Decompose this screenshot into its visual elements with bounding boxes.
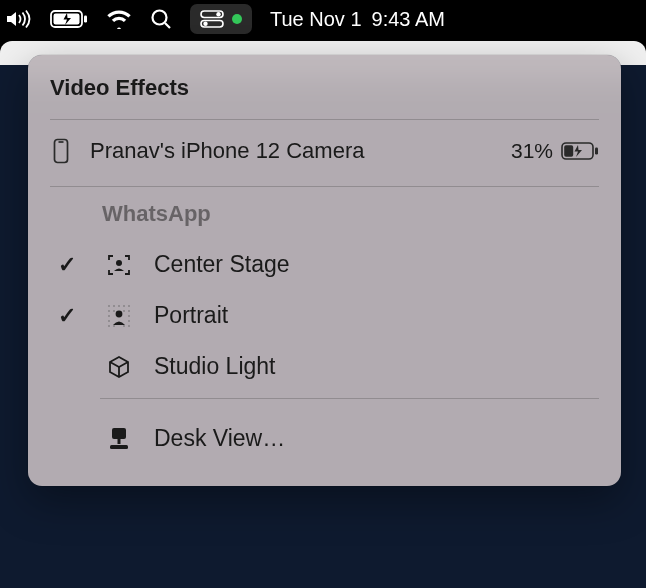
svg-point-26	[128, 320, 130, 322]
svg-rect-8	[55, 140, 68, 163]
divider	[100, 398, 599, 399]
battery-charging-icon	[561, 142, 599, 160]
device-name: Pranav's iPhone 12 Camera	[90, 138, 493, 164]
svg-point-5	[216, 12, 220, 16]
desk-view-item[interactable]: Desk View…	[50, 413, 599, 464]
volume-icon[interactable]	[4, 9, 32, 29]
svg-point-20	[113, 310, 115, 312]
popover-title: Video Effects	[50, 75, 599, 101]
svg-rect-11	[595, 148, 598, 155]
effect-center-stage[interactable]: ✓ Center Stage	[50, 239, 599, 290]
svg-point-24	[128, 315, 130, 317]
svg-rect-34	[110, 445, 128, 449]
svg-rect-33	[118, 439, 121, 444]
effect-label: Studio Light	[154, 353, 275, 380]
svg-point-16	[118, 305, 120, 307]
battery-percent: 31%	[511, 139, 553, 163]
effect-label: Center Stage	[154, 251, 290, 278]
menubar-clock[interactable]: Tue Nov 1 9:43 AM	[270, 8, 445, 31]
svg-point-7	[203, 22, 207, 26]
svg-point-31	[116, 310, 123, 317]
svg-point-23	[108, 315, 110, 317]
portrait-icon	[102, 303, 136, 329]
effect-label: Portrait	[154, 302, 228, 329]
effect-studio-light[interactable]: Studio Light	[50, 341, 599, 392]
control-center-icon[interactable]	[190, 4, 252, 34]
svg-point-3	[153, 11, 167, 25]
menubar-date: Tue Nov 1	[270, 8, 362, 31]
svg-point-14	[108, 305, 110, 307]
svg-point-17	[123, 305, 125, 307]
svg-point-25	[108, 320, 110, 322]
divider	[50, 186, 599, 187]
svg-point-30	[128, 325, 130, 327]
battery-charging-icon[interactable]	[50, 10, 88, 28]
svg-point-28	[113, 325, 115, 327]
desk-view-label: Desk View…	[154, 425, 285, 452]
checkmark-icon: ✓	[50, 252, 84, 278]
checkmark-icon: ✓	[50, 303, 84, 329]
camera-in-use-indicator	[232, 14, 242, 24]
svg-point-19	[108, 310, 110, 312]
wifi-icon[interactable]	[106, 9, 132, 29]
menubar-time: 9:43 AM	[372, 8, 445, 31]
svg-rect-12	[564, 145, 573, 157]
macos-menubar: Tue Nov 1 9:43 AM	[0, 0, 646, 38]
continuity-camera-device-row[interactable]: Pranav's iPhone 12 Camera 31%	[50, 134, 599, 180]
center-stage-icon	[102, 252, 136, 278]
video-effects-popover: Video Effects Pranav's iPhone 12 Camera …	[28, 55, 621, 486]
search-icon[interactable]	[150, 8, 172, 30]
svg-point-18	[128, 305, 130, 307]
iphone-icon	[50, 138, 72, 164]
device-battery: 31%	[511, 139, 599, 163]
desk-view-icon	[102, 427, 136, 451]
svg-point-13	[116, 260, 122, 266]
svg-rect-32	[112, 428, 126, 439]
studio-light-icon	[102, 354, 136, 380]
svg-point-27	[108, 325, 110, 327]
effect-portrait[interactable]: ✓ Portrait	[50, 290, 599, 341]
svg-point-29	[123, 325, 125, 327]
svg-point-21	[123, 310, 125, 312]
svg-rect-1	[84, 16, 87, 23]
svg-point-22	[128, 310, 130, 312]
divider	[50, 119, 599, 120]
svg-point-15	[113, 305, 115, 307]
app-section-label: WhatsApp	[102, 201, 599, 227]
